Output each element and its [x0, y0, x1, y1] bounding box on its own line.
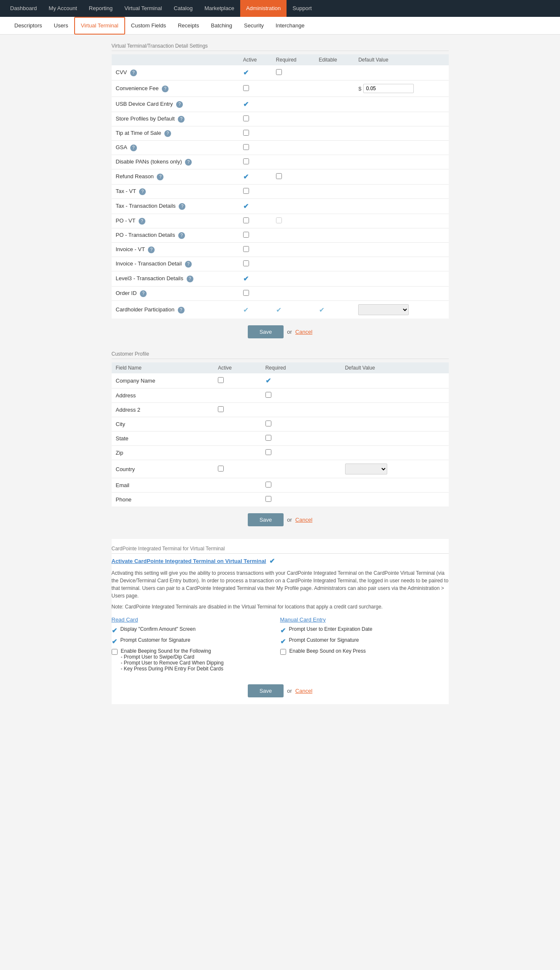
info-icon[interactable]: ?: [139, 188, 146, 195]
beep-sound-key-checkbox[interactable]: [280, 649, 286, 655]
required-checkbox[interactable]: [276, 217, 282, 223]
active-checkbox[interactable]: [243, 85, 249, 91]
required-checkbox[interactable]: [265, 482, 271, 488]
subnav-security[interactable]: Security: [238, 17, 270, 35]
active-checkbox[interactable]: [243, 130, 249, 136]
required-cell[interactable]: [261, 493, 323, 507]
info-icon[interactable]: ?: [157, 174, 163, 180]
info-icon[interactable]: ?: [178, 307, 185, 314]
vt-cancel-button[interactable]: Cancel: [295, 329, 312, 335]
active-cell[interactable]: [239, 257, 272, 271]
required-checkbox[interactable]: [276, 173, 282, 179]
info-icon[interactable]: ?: [148, 247, 155, 253]
info-icon[interactable]: ?: [164, 130, 171, 137]
info-icon[interactable]: ?: [130, 70, 137, 76]
required-cell[interactable]: [261, 446, 323, 460]
profile-save-button[interactable]: Save: [248, 513, 284, 526]
required-cell[interactable]: [261, 417, 323, 431]
nav-myaccount[interactable]: My Account: [43, 0, 83, 17]
active-checkbox[interactable]: [243, 232, 249, 238]
required-checkbox[interactable]: [265, 496, 271, 502]
table-row: Disable PANs (tokens only) ?: [112, 155, 449, 169]
required-cell[interactable]: [261, 431, 323, 446]
info-icon[interactable]: ?: [178, 232, 185, 239]
info-icon[interactable]: ?: [178, 116, 185, 123]
default-cell[interactable]: [354, 301, 448, 319]
active-cell[interactable]: [214, 403, 261, 417]
active-checkbox[interactable]: [243, 144, 249, 150]
active-cell[interactable]: [239, 214, 272, 228]
info-icon[interactable]: ?: [140, 290, 147, 297]
nav-reporting[interactable]: Reporting: [83, 0, 118, 17]
active-cell[interactable]: [239, 287, 272, 301]
active-checkbox[interactable]: [218, 377, 224, 383]
info-icon[interactable]: ?: [187, 276, 193, 282]
nav-catalog[interactable]: Catalog: [168, 0, 198, 17]
subnav-virtualterminal[interactable]: Virtual Terminal: [74, 17, 125, 35]
info-icon[interactable]: ?: [185, 261, 192, 268]
convenience-fee-input[interactable]: [363, 84, 414, 93]
active-cell[interactable]: [239, 141, 272, 155]
active-checkbox[interactable]: [243, 158, 249, 164]
active-cell[interactable]: [239, 80, 272, 97]
required-checkbox[interactable]: [276, 69, 282, 75]
active-cell[interactable]: [214, 460, 261, 478]
manual-card-title[interactable]: Manual Card Entry: [280, 616, 440, 623]
nav-virtualterminal[interactable]: Virtual Terminal: [118, 0, 168, 17]
read-card-title[interactable]: Read Card: [112, 616, 272, 623]
vt-save-button[interactable]: Save: [248, 325, 284, 338]
active-cell[interactable]: [239, 112, 272, 126]
required-checkbox[interactable]: [265, 449, 271, 455]
nav-marketplace[interactable]: Marketplace: [198, 0, 240, 17]
description-text: Activating this setting will give you th…: [112, 569, 449, 600]
subnav-receipts[interactable]: Receipts: [172, 17, 205, 35]
required-cell[interactable]: [261, 478, 323, 493]
active-checkbox[interactable]: [243, 260, 249, 266]
required-cell[interactable]: [272, 169, 315, 185]
subnav-batching[interactable]: Batching: [205, 17, 238, 35]
active-checkbox[interactable]: [243, 217, 249, 223]
nav-administration[interactable]: Administration: [240, 0, 287, 17]
required-checkbox[interactable]: [265, 392, 271, 398]
cardpointe-cancel-button[interactable]: Cancel: [295, 688, 312, 694]
beep-sound-checkbox[interactable]: [112, 649, 118, 655]
active-cell[interactable]: [239, 126, 272, 141]
info-icon[interactable]: ?: [185, 159, 192, 166]
active-checkbox[interactable]: [243, 290, 249, 296]
country-dropdown[interactable]: [345, 464, 387, 474]
row-label: Country: [112, 460, 214, 478]
table-row: Cardholder Participation ? ✔ ✔ ✔: [112, 301, 449, 319]
nav-support[interactable]: Support: [287, 0, 318, 17]
active-checkbox[interactable]: [218, 406, 224, 412]
col-editable: Editable: [315, 54, 354, 65]
cardholder-participation-dropdown[interactable]: [358, 304, 409, 315]
required-checkbox[interactable]: [265, 435, 271, 441]
active-cell[interactable]: [214, 373, 261, 389]
subnav-users[interactable]: Users: [48, 17, 74, 35]
info-icon[interactable]: ?: [162, 86, 169, 92]
default-cell[interactable]: [341, 460, 449, 478]
activate-label[interactable]: Activate CardPointe Integrated Terminal …: [112, 558, 266, 564]
required-cell[interactable]: [272, 214, 315, 228]
subnav-customfields[interactable]: Custom Fields: [125, 17, 172, 35]
required-cell[interactable]: [261, 389, 323, 403]
info-icon[interactable]: ?: [130, 145, 137, 151]
active-checkbox[interactable]: [243, 246, 249, 252]
info-icon[interactable]: ?: [139, 218, 145, 225]
active-cell[interactable]: [239, 228, 272, 243]
active-cell[interactable]: [239, 185, 272, 199]
active-checkbox[interactable]: [243, 188, 249, 194]
active-checkbox[interactable]: [243, 115, 249, 121]
info-icon[interactable]: ?: [176, 101, 183, 108]
profile-cancel-button[interactable]: Cancel: [295, 517, 312, 523]
info-icon[interactable]: ?: [179, 203, 185, 210]
required-checkbox[interactable]: [265, 421, 271, 426]
required-cell[interactable]: [272, 65, 315, 80]
active-cell[interactable]: [239, 155, 272, 169]
subnav-interchange[interactable]: Interchange: [270, 17, 311, 35]
nav-dashboard[interactable]: Dashboard: [4, 0, 43, 17]
cardpointe-save-button[interactable]: Save: [248, 684, 284, 697]
subnav-descriptors[interactable]: Descriptors: [8, 17, 48, 35]
active-checkbox[interactable]: [218, 466, 224, 472]
active-cell[interactable]: [239, 243, 272, 257]
